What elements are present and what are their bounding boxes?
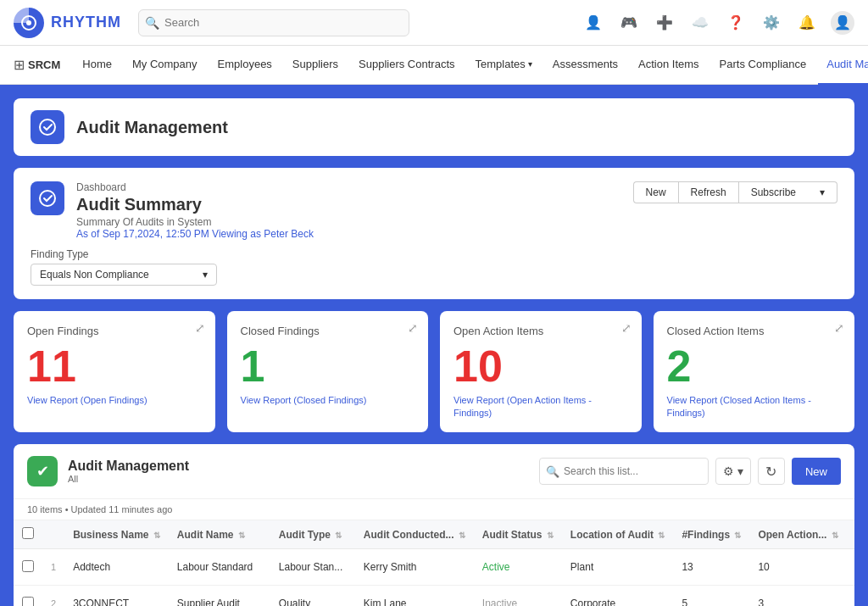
top-nav: RHYTHM 🔍 👤 🎮 ➕ ☁️ ❓ ⚙️ 🔔 👤: [0, 0, 868, 46]
page-header: Audit Management: [14, 98, 854, 156]
dashboard-card-left: Dashboard Audit Summary Summary Of Audit…: [31, 181, 314, 240]
nav-home[interactable]: Home: [74, 46, 120, 85]
dropdown-arrow-icon: ▾: [203, 269, 208, 281]
metric-title-1: Closed Findings: [241, 325, 415, 337]
refresh-button[interactable]: Refresh: [678, 181, 738, 203]
select-all-checkbox[interactable]: [22, 527, 34, 539]
metric-value-0: 11: [27, 344, 202, 388]
metric-closed-findings: ⤢ Closed Findings 1 View Report (Closed …: [227, 311, 429, 432]
th-audit-name[interactable]: Audit Name ⇅: [169, 520, 270, 549]
finding-type-value: Equals Non Compliance: [40, 269, 149, 281]
logo-area: RHYTHM: [14, 8, 121, 38]
settings-icon-btn[interactable]: ⚙️: [760, 11, 783, 35]
metrics-row: ⤢ Open Findings 11 View Report (Open Fin…: [14, 311, 854, 432]
nav-templates[interactable]: Templates ▾: [467, 46, 541, 85]
sort-arrow-findings: ⇅: [734, 531, 741, 540]
subscribe-dropdown-button[interactable]: ▾: [808, 181, 837, 203]
row-num-1: 1: [42, 549, 64, 586]
status-badge-1: Active: [482, 561, 510, 573]
finding-type-dropdown[interactable]: Equals Non Compliance ▾: [31, 264, 217, 286]
th-conducted-by[interactable]: Audit Conducted... ⇅: [355, 520, 474, 549]
dashboard-card-header: Dashboard Audit Summary Summary Of Audit…: [31, 181, 837, 240]
expand-icon-0[interactable]: ⤢: [195, 321, 205, 335]
th-closed-actions[interactable]: #Closed Action... ⇅: [847, 520, 854, 549]
list-refresh-button[interactable]: ↻: [758, 458, 785, 485]
sort-arrow-business: ⇅: [153, 531, 160, 540]
metric-link-0[interactable]: View Report (Open Findings): [27, 395, 147, 405]
cell-audit-name-2: Supplier Audit: [169, 586, 270, 607]
cell-status-2: Inactive: [474, 586, 562, 607]
list-search-wrapper: 🔍: [539, 458, 709, 485]
list-search-input[interactable]: [539, 458, 709, 485]
nav-suppliers-contracts[interactable]: Suppliers Contracts: [350, 46, 463, 85]
nav-employees[interactable]: Employees: [209, 46, 281, 85]
status-badge-2: Inactive: [482, 598, 517, 606]
cloud-icon-btn[interactable]: ☁️: [688, 11, 712, 35]
list-header: ✔ Audit Management All 🔍 ⚙ ▾ ↻ New: [14, 444, 854, 499]
refresh-icon: ↻: [765, 464, 776, 480]
subscribe-button[interactable]: Subscribe: [738, 181, 808, 203]
nav-assessments[interactable]: Assessments: [544, 46, 626, 85]
sort-arrow-conducted: ⇅: [459, 531, 465, 540]
logo-icon: [14, 8, 44, 38]
table-row: 2 3CONNECT Supplier Audit Quality Kim La…: [14, 586, 854, 607]
th-business-name[interactable]: Business Name ⇅: [64, 520, 169, 549]
people-icon-btn[interactable]: 👤: [581, 11, 605, 35]
svg-point-1: [26, 20, 31, 25]
row-checkbox-1[interactable]: [22, 560, 34, 572]
new-button[interactable]: New: [633, 181, 678, 203]
cell-conducted-2: Kim Lane: [355, 586, 474, 607]
sort-arrow-audit-name: ⇅: [238, 531, 245, 540]
dashboard-card: Dashboard Audit Summary Summary Of Audit…: [14, 168, 854, 299]
nav-my-company[interactable]: My Company: [124, 46, 206, 85]
cell-open-actions-2: 3: [749, 586, 846, 607]
metric-link-3[interactable]: View Report (Closed Action Items - Findi…: [667, 395, 811, 418]
expand-icon-2[interactable]: ⤢: [621, 321, 632, 335]
dashboard-title: Audit Summary: [76, 195, 314, 214]
sort-arrow-audit-type: ⇅: [335, 531, 342, 540]
th-audit-status[interactable]: Audit Status ⇅: [474, 520, 562, 549]
th-location[interactable]: Location of Audit ⇅: [562, 520, 674, 549]
metric-title-2: Open Action Items: [453, 325, 628, 337]
list-new-button[interactable]: New: [792, 458, 841, 485]
avatar-btn[interactable]: 👤: [831, 11, 854, 35]
search-input[interactable]: [138, 9, 409, 36]
help-icon-btn[interactable]: ❓: [724, 11, 748, 35]
cell-business-2: 3CONNECT: [64, 586, 169, 607]
expand-icon-1[interactable]: ⤢: [408, 321, 418, 335]
row-checkbox-2[interactable]: [22, 597, 34, 607]
nav-parts-compliance[interactable]: Parts Compliance: [711, 46, 815, 85]
nav-suppliers[interactable]: Suppliers: [284, 46, 347, 85]
metric-link-2[interactable]: View Report (Open Action Items - Finding…: [453, 395, 592, 418]
th-audit-type[interactable]: Audit Type ⇅: [270, 520, 355, 549]
list-icon: ✔: [27, 456, 58, 486]
page-title: Audit Management: [76, 118, 228, 137]
dashboard-icon: [31, 181, 64, 215]
table-header-row: Business Name ⇅ Audit Name ⇅ Audit Type …: [14, 520, 854, 549]
expand-icon-3[interactable]: ⤢: [834, 321, 844, 335]
nav-audit-management[interactable]: Audit Management: [818, 46, 868, 85]
gamepad-icon-btn[interactable]: 🎮: [617, 11, 641, 35]
list-title: Audit Management: [68, 459, 189, 474]
sort-arrow-status: ⇅: [547, 531, 554, 540]
nav-action-items[interactable]: Action Items: [630, 46, 708, 85]
table-row: 1 Addtech Labour Standard Labour Stan...…: [14, 549, 854, 586]
svg-point-2: [40, 120, 55, 135]
th-open-actions[interactable]: Open Action... ⇅: [749, 520, 846, 549]
metric-link-1[interactable]: View Report (Closed Findings): [241, 395, 367, 405]
plus-icon-btn[interactable]: ➕: [653, 11, 676, 35]
metric-open-findings: ⤢ Open Findings 11 View Report (Open Fin…: [14, 311, 215, 432]
list-search-icon: 🔍: [546, 465, 559, 478]
dashboard-date-link[interactable]: As of Sep 17,2024, 12:50 PM Viewing as P…: [76, 228, 314, 240]
cell-location-2: Corporate: [562, 586, 674, 607]
gear-settings-button[interactable]: ⚙ ▾: [715, 458, 751, 485]
cell-closed-actions-1: 1: [847, 549, 854, 586]
cell-findings-1: 13: [673, 549, 749, 586]
grid-icon[interactable]: ⊞: [14, 53, 25, 78]
list-title-group: Audit Management All: [68, 459, 189, 484]
notifications-icon-btn[interactable]: 🔔: [795, 11, 819, 35]
metric-closed-actions: ⤢ Closed Action Items 2 View Report (Clo…: [654, 311, 855, 432]
cell-closed-actions-2: 2: [847, 586, 854, 607]
metric-value-2: 10: [453, 344, 628, 388]
th-findings[interactable]: #Findings ⇅: [673, 520, 749, 549]
